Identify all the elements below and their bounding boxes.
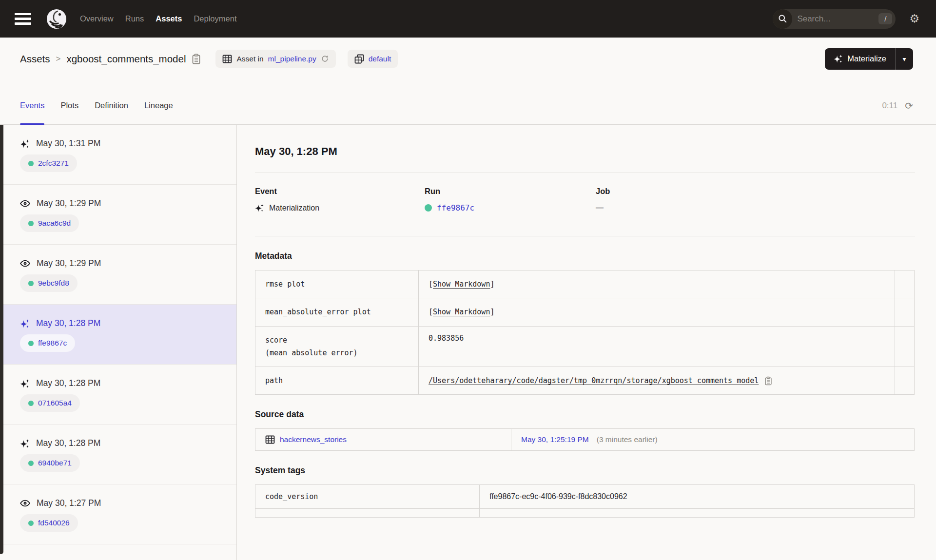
asset-header: Assets > xgboost_comments_model Asset in… xyxy=(0,38,936,80)
run-tag[interactable]: fd540026 xyxy=(20,514,78,532)
metadata-table: rmse plot [Show Markdown] mean_absolute_… xyxy=(255,270,915,395)
run-column-label: Run xyxy=(425,187,596,196)
run-id-link[interactable]: fd540026 xyxy=(38,519,70,527)
divider xyxy=(255,173,915,173)
run-id-link[interactable]: ffe9867c xyxy=(38,339,67,348)
asset-file-link[interactable]: ml_pipeline.py xyxy=(268,55,316,63)
nav-item-deployment[interactable]: Deployment xyxy=(194,14,236,23)
show-markdown-link[interactable]: [Show Markdown] xyxy=(429,280,494,289)
materialize-sparkle-icon xyxy=(834,54,843,63)
system-tag-key xyxy=(255,509,480,518)
search-box[interactable]: / xyxy=(773,9,896,29)
divider xyxy=(255,236,915,236)
nav-item-overview[interactable]: Overview xyxy=(80,14,114,23)
tab-definition[interactable]: Definition xyxy=(95,87,128,124)
event-timestamp: May 30, 1:31 PM xyxy=(36,138,100,149)
background-window-edge xyxy=(0,125,3,554)
materialization-icon xyxy=(20,139,30,149)
event-timestamp: May 30, 1:27 PM xyxy=(37,498,101,508)
asset-location-badge[interactable]: Asset in ml_pipeline.py xyxy=(215,50,335,68)
hamburger-menu-icon[interactable] xyxy=(15,13,31,25)
search-input[interactable] xyxy=(792,14,878,24)
run-id-link[interactable]: 9ebc9fd8 xyxy=(38,279,69,288)
table-row: hackernews_stories May 30, 1:25:19 PM (3… xyxy=(255,429,915,451)
run-tag[interactable]: 6940be71 xyxy=(20,454,80,472)
run-tag[interactable]: ffe9867c xyxy=(20,334,75,352)
event-detail-pane: May 30, 1:28 PM Event Materialization Ru… xyxy=(237,125,936,560)
storage-path-link[interactable]: /Users/odetteharary/code/dagster/tmp_0mz… xyxy=(429,376,759,385)
table-row: rmse plot [Show Markdown] xyxy=(255,270,915,298)
source-asset-link[interactable]: hackernews_stories xyxy=(280,435,347,444)
metadata-key: path xyxy=(255,367,419,395)
event-timestamp: May 30, 1:29 PM xyxy=(37,198,101,209)
show-markdown-label[interactable]: Show Markdown xyxy=(433,280,490,289)
run-id-link[interactable]: 6940be71 xyxy=(38,459,72,467)
event-list-item[interactable]: May 30, 1:27 PM fd540026 xyxy=(0,484,236,544)
copy-path-icon[interactable] xyxy=(764,376,772,386)
run-status-dot xyxy=(425,204,432,212)
system-tag-value xyxy=(480,509,915,518)
event-list-item-selected[interactable]: May 30, 1:28 PM ffe9867c xyxy=(0,305,236,365)
reload-location-icon[interactable] xyxy=(321,55,329,63)
table-row: score (mean_absolute_error) 0.983856 xyxy=(255,326,915,367)
tab-events[interactable]: Events xyxy=(20,87,44,124)
nav-item-runs[interactable]: Runs xyxy=(125,14,144,23)
run-status-dot xyxy=(28,221,34,226)
run-status-dot xyxy=(28,401,34,406)
metadata-score-value: 0.983856 xyxy=(429,334,464,343)
materialize-button[interactable]: Materialize xyxy=(825,48,895,70)
run-tag[interactable]: 9aca6c9d xyxy=(20,214,79,232)
repository-badge[interactable]: default xyxy=(348,50,398,68)
observation-eye-icon xyxy=(20,260,30,267)
event-list-item[interactable]: May 30, 1:29 PM 9ebc9fd8 xyxy=(0,245,236,305)
event-list-item[interactable]: May 30, 1:31 PM 2cfc3271 xyxy=(0,125,236,185)
gear-icon[interactable]: ⚙ xyxy=(909,13,919,24)
system-tag-key: code_version xyxy=(255,485,480,509)
run-tag[interactable]: 2cfc3271 xyxy=(20,154,77,172)
run-tag[interactable]: 9ebc9fd8 xyxy=(20,274,78,292)
source-data-heading: Source data xyxy=(255,409,915,420)
run-id-link[interactable]: 2cfc3271 xyxy=(38,159,69,168)
source-materialization-time-link[interactable]: May 30, 1:25:19 PM xyxy=(521,435,589,444)
empty-cell xyxy=(895,367,915,395)
content-area: May 30, 1:31 PM 2cfc3271 May 30, 1:29 PM… xyxy=(0,125,936,560)
run-status-dot xyxy=(28,461,34,466)
event-list-item[interactable]: May 30, 1:29 PM 9aca6c9d xyxy=(0,185,236,245)
run-status-dot xyxy=(28,161,34,166)
system-tag-value: ffe9867c-ec9c-4f06-939c-f8dc830c0962 xyxy=(480,485,915,509)
system-tags-heading: System tags xyxy=(255,465,915,476)
event-timestamp: May 30, 1:28 PM xyxy=(36,318,100,328)
run-status-dot xyxy=(28,281,34,286)
event-list-item[interactable]: May 30, 1:28 PM 071605a4 xyxy=(0,365,236,425)
tab-plots[interactable]: Plots xyxy=(60,87,78,124)
show-markdown-link[interactable]: [Show Markdown] xyxy=(429,308,494,316)
materialization-icon xyxy=(255,203,264,212)
metadata-key: mean_absolute_error plot xyxy=(255,298,419,326)
breadcrumb-root[interactable]: Assets xyxy=(20,53,50,65)
event-timestamp: May 30, 1:28 PM xyxy=(36,438,100,448)
events-sidebar: May 30, 1:31 PM 2cfc3271 May 30, 1:29 PM… xyxy=(0,125,237,560)
search-shortcut-key: / xyxy=(878,13,892,24)
dagster-logo-icon[interactable] xyxy=(46,8,67,30)
refresh-icon[interactable]: ⟳ xyxy=(905,100,913,112)
event-list-item[interactable]: May 30, 1:28 PM 6940be71 xyxy=(0,425,236,484)
event-column-label: Event xyxy=(255,187,425,196)
run-status-dot xyxy=(28,341,34,346)
materialize-dropdown-button[interactable]: ▾ xyxy=(896,48,913,70)
table-row: path /Users/odetteharary/code/dagster/tm… xyxy=(255,367,915,395)
source-time-note: (3 minutes earlier) xyxy=(597,435,658,444)
empty-cell xyxy=(895,326,915,367)
tab-lineage[interactable]: Lineage xyxy=(144,87,173,124)
show-markdown-label[interactable]: Show Markdown xyxy=(433,308,490,316)
materialization-icon xyxy=(20,439,30,448)
repository-link[interactable]: default xyxy=(369,55,391,63)
job-column-label: Job xyxy=(596,187,915,196)
nav-item-assets[interactable]: Assets xyxy=(156,14,182,23)
run-id-link[interactable]: 9aca6c9d xyxy=(38,219,71,228)
run-id-link[interactable]: ffe9867c xyxy=(437,203,474,212)
table-row: code_version ffe9867c-ec9c-4f06-939c-f8d… xyxy=(255,485,915,509)
asset-location-prefix: Asset in xyxy=(236,55,263,63)
run-tag[interactable]: 071605a4 xyxy=(20,394,80,412)
run-id-link[interactable]: 071605a4 xyxy=(38,399,72,407)
copy-asset-name-icon[interactable] xyxy=(192,54,201,64)
